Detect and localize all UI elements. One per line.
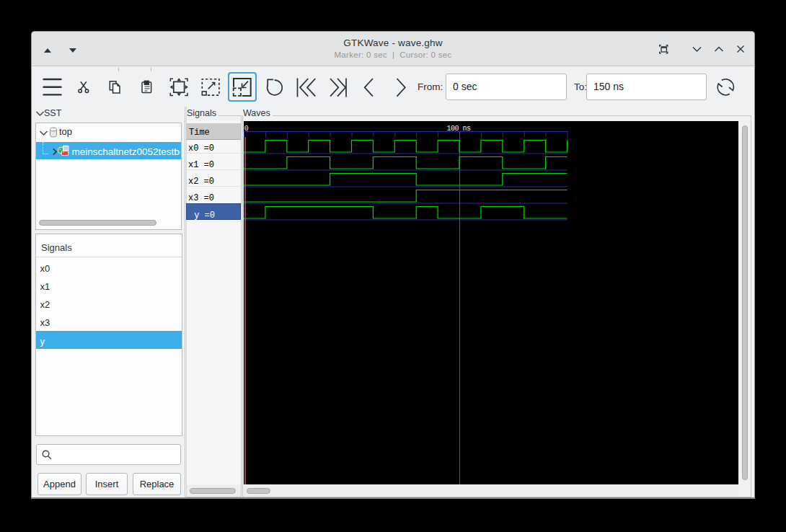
svg-text:0: 0: [244, 125, 249, 133]
svg-text:100 ns: 100 ns: [447, 125, 472, 133]
